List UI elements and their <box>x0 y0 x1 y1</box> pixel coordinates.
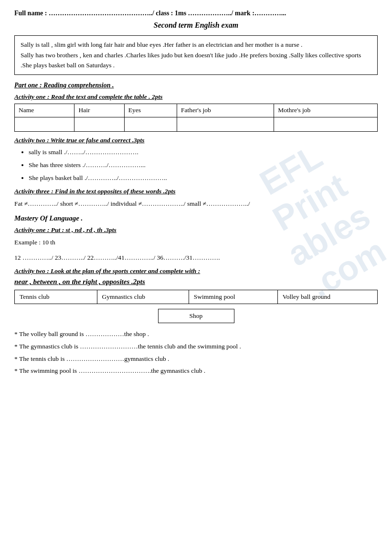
footer-line-2: * The gymnastics club is ………………………the te… <box>14 340 378 353</box>
sports-cell-gymnastics: Gymnastics club <box>97 290 189 304</box>
cell-hair <box>74 117 124 131</box>
list-item: She plays basket ball ./…………../………………….. <box>29 173 378 184</box>
mastery-act2-label: Activity two : Look at the plan of the s… <box>14 267 200 274</box>
reading-text-box: Sally is tall , slim girl with long fair… <box>14 35 378 75</box>
cell-eyes <box>124 117 177 131</box>
activity-three-content: Fat ≠…………../ short ≠…………../ individual ≠… <box>14 198 378 210</box>
mastery-activity-one-title: Activity one : Put : st , nd , rd , th .… <box>14 226 378 234</box>
list-item: She has three sisters ./………./……………... <box>29 160 378 171</box>
exam-title: Second term English exam <box>14 21 378 30</box>
sports-table: Tennis club Gymnastics club Swimming poo… <box>14 290 378 304</box>
sports-cell-tennis: Tennis club <box>15 290 97 304</box>
activity-three-title: Activity three : Find in the text opposi… <box>14 188 378 195</box>
col-fathers-job: Father's job <box>177 104 274 117</box>
footer-line-4: * The swimming pool is …………………………….the g… <box>14 365 378 377</box>
mastery-title: Mastery Of Language . <box>14 214 378 222</box>
sports-cell-swimming: Swimming pool <box>189 290 277 304</box>
shop-row: Shop <box>14 309 378 323</box>
col-mothers-job: Mothre's job <box>274 104 378 117</box>
list-item: sally is small ./……../……………………. <box>29 147 378 158</box>
sports-cell-volley: Volley ball ground <box>277 290 377 304</box>
activity-one-title: Activity one : Read the text and complet… <box>14 93 378 101</box>
activity-one-table: Name Hair Eyes Father's job Mothre's job <box>14 104 378 132</box>
footer-lines: * The volley ball ground is ………………the sh… <box>14 328 378 377</box>
table-header-row: Name Hair Eyes Father's job Mothre's job <box>15 104 378 117</box>
sports-row: Tennis club Gymnastics club Swimming poo… <box>15 290 378 304</box>
activity-two-list: sally is small ./……../……………………. She has … <box>29 147 378 184</box>
mastery-activity-two-title: Activity two : Look at the plan of the s… <box>14 267 378 275</box>
mastery-act1-label: Activity one : Put : st , nd , rd , th .… <box>14 226 117 233</box>
header-line: Full name : ………………………………………../ class : 1… <box>14 10 378 17</box>
col-eyes: Eyes <box>124 104 177 117</box>
activity-two-title: Activity two : Write true or false and c… <box>14 137 378 144</box>
reading-paragraph1: Sally is tall , slim girl with long fair… <box>21 41 302 48</box>
mastery-activity-two-subtitle: near , between , on the right , opposite… <box>14 278 378 286</box>
mastery-activity-one-example: Example : 10 th <box>14 237 378 248</box>
shop-box: Shop <box>158 309 234 323</box>
cell-fathers-job <box>177 117 274 131</box>
cell-name <box>15 117 74 131</box>
table-data-row <box>15 117 378 131</box>
part-one-title: Part one : Reading comprehension . <box>14 82 378 89</box>
footer-line-1: * The volley ball ground is ………………the sh… <box>14 328 378 340</box>
col-name: Name <box>15 104 74 117</box>
mastery-activity-one-content: 12 …………../ 23………../ 22………../41…………../ 36… <box>14 252 378 263</box>
footer-line-3: * The tennis club is ………………………gymnastics… <box>14 353 378 365</box>
col-hair: Hair <box>74 104 124 117</box>
reading-paragraph2: Sally has two brothers , ken and charles… <box>21 52 361 69</box>
cell-mothers-job <box>274 117 378 131</box>
